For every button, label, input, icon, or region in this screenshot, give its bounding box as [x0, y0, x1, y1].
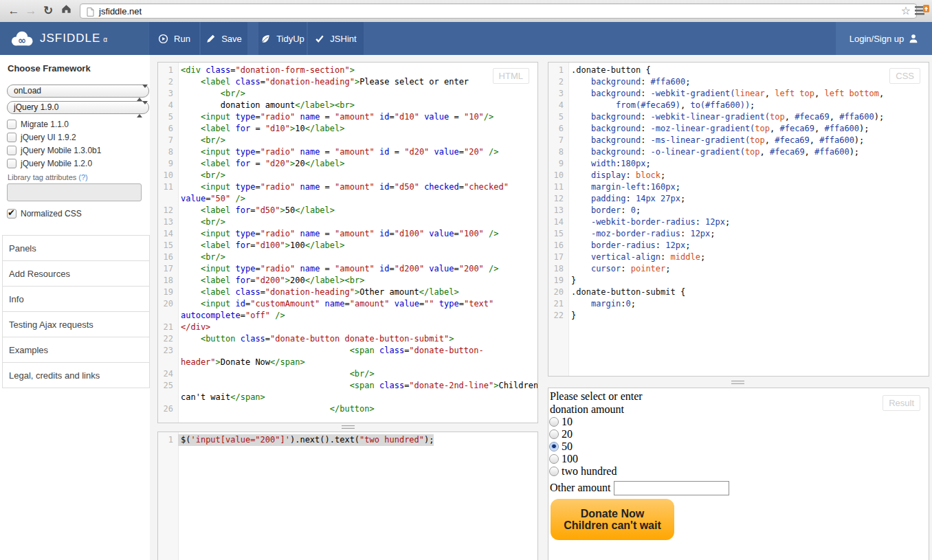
jsfiddle-logo[interactable]: ∞ JSFIDDLEα: [0, 22, 148, 55]
code-line[interactable]: 8 <input type="radio" name = "amount" id…: [158, 146, 537, 158]
donate-now-button[interactable]: Donate NowChildren can't wait: [551, 499, 674, 540]
code-line[interactable]: header">Donate Now</span>: [158, 357, 537, 368]
browser-menu-icon[interactable]: [915, 5, 929, 19]
sidebar-section-panels[interactable]: Panels: [3, 235, 149, 260]
framework-version-select[interactable]: jQuery 1.9.0: [7, 101, 149, 114]
run-button[interactable]: Run: [149, 22, 199, 55]
sidebar-section-legal-credits-and-links[interactable]: Legal, credits and links: [3, 362, 149, 388]
html-code-editor[interactable]: 1<div class="donation-form-section">2 <l…: [158, 63, 537, 415]
reload-icon[interactable]: ↻: [40, 3, 56, 19]
radio-label[interactable]: 20: [562, 428, 573, 440]
code-line[interactable]: 6 background: -moz-linear-gradient(top, …: [548, 123, 929, 135]
radio-label[interactable]: 50: [562, 440, 573, 453]
radio-button[interactable]: [549, 454, 559, 464]
code-line[interactable]: 2 background: #ffa600;: [548, 76, 929, 88]
sidebar-section-examples[interactable]: Examples: [3, 337, 149, 362]
framework-extra-checkbox[interactable]: [7, 159, 16, 168]
forward-arrow-icon[interactable]: →: [23, 3, 39, 19]
sidebar-section-add-resources[interactable]: Add Resources: [3, 260, 149, 286]
code-line[interactable]: 1$('input[value="200"]').next().text("tw…: [158, 434, 537, 446]
code-line[interactable]: 25 <span class="donate-2nd-line">Childre…: [158, 380, 537, 392]
code-line[interactable]: 17 vertical-align: middle;: [548, 251, 929, 263]
radio-button[interactable]: [549, 429, 559, 439]
save-button[interactable]: Save: [201, 22, 247, 55]
framework-extra-checkbox[interactable]: [7, 120, 16, 129]
code-line[interactable]: 2 <label class="donation-heading">Please…: [158, 76, 537, 88]
result-panel: Result Please select or enter donation a…: [548, 388, 929, 560]
js-code-editor[interactable]: 1$('input[value="200"]').next().text("tw…: [158, 432, 537, 446]
code-line[interactable]: 12 <label for="d50">50</label>: [158, 205, 537, 216]
code-line[interactable]: 3 <br/>: [158, 88, 537, 100]
library-tag-help-link[interactable]: (?): [78, 173, 87, 181]
code-line[interactable]: 1<div class="donation-form-section">: [158, 65, 537, 76]
code-line[interactable]: 22 <button class="donate-button donate-b…: [158, 333, 537, 345]
code-line[interactable]: 3 background: -webkit-gradient(linear, l…: [548, 88, 929, 100]
code-line[interactable]: 5 <input type="radio" name = "amount" id…: [158, 111, 537, 123]
login-signup-button[interactable]: Login/Sign up: [836, 22, 932, 55]
normalized-css-checkbox[interactable]: [7, 209, 16, 219]
code-line[interactable]: 21</div>: [158, 322, 537, 333]
url-bar[interactable]: jsfiddle.net ☆: [80, 3, 917, 19]
url-text[interactable]: jsfiddle.net: [99, 6, 142, 16]
code-line[interactable]: 16 border-radius: 12px;: [548, 240, 929, 251]
code-line[interactable]: 20 <input id="customAmount" name="amount…: [158, 298, 537, 310]
code-line[interactable]: 11 margin-left:160px;: [548, 181, 929, 193]
radio-button[interactable]: [549, 442, 559, 451]
code-line[interactable]: 9 <label for = "d20">20</label>: [158, 158, 537, 170]
code-line[interactable]: 23 <span class="donate-button-: [158, 345, 537, 357]
code-line[interactable]: 17 <input type="radio" name = "amount" i…: [158, 263, 537, 275]
horizontal-splitter-handle[interactable]: [731, 381, 744, 384]
code-line[interactable]: 20.donate-button-submit {: [548, 287, 929, 298]
code-line[interactable]: 12 padding: 14px 27px;: [548, 193, 929, 205]
code-line[interactable]: 5 background: -webkit-linear-gradient(to…: [548, 111, 929, 123]
radio-label[interactable]: 10: [562, 416, 573, 428]
back-arrow-icon[interactable]: ←: [5, 3, 22, 19]
code-line[interactable]: 10 display: block;: [548, 170, 929, 181]
code-line[interactable]: 24 <br/>: [158, 368, 537, 380]
sidebar-section-info[interactable]: Info: [3, 286, 149, 311]
code-line[interactable]: 21 margin:0;: [548, 298, 929, 310]
onload-select[interactable]: onLoad: [7, 85, 149, 98]
code-line[interactable]: 19 <label class="donation-heading">Other…: [158, 287, 537, 298]
framework-extra-checkbox[interactable]: [7, 146, 16, 155]
tidyup-button[interactable]: TidyUp: [258, 22, 307, 55]
bookmark-star-icon[interactable]: ☆: [901, 4, 911, 18]
code-line[interactable]: 18 cursor: pointer;: [548, 263, 929, 275]
code-line[interactable]: 19}: [548, 275, 929, 287]
code-line[interactable]: 14 <input type="radio" name = "amount" i…: [158, 228, 537, 240]
code-line[interactable]: 22}: [548, 310, 929, 322]
sidebar-section-testing-ajax-requests[interactable]: Testing Ajax requests: [3, 311, 149, 337]
code-line[interactable]: 9 width:180px;: [548, 158, 929, 170]
code-line[interactable]: 26 </button>: [158, 403, 537, 415]
code-line[interactable]: 8 background: -o-linear-gradient(top, #f…: [548, 146, 929, 158]
code-line[interactable]: 4 donation amount</label><br>: [158, 100, 537, 111]
horizontal-splitter-handle[interactable]: [342, 425, 355, 429]
home-icon[interactable]: [58, 3, 74, 19]
code-line[interactable]: 15 -moz-border-radius: 12px;: [548, 228, 929, 240]
code-line[interactable]: 13 <br/>: [158, 216, 537, 228]
code-line[interactable]: 7 <br/>: [158, 135, 537, 146]
code-line[interactable]: 4 from(#feca69), to(#ffa600));: [548, 100, 929, 111]
code-line[interactable]: 6 <label for = "d10">10</label>: [158, 123, 537, 135]
code-line[interactable]: value="50" />: [158, 193, 537, 205]
code-line[interactable]: 1.donate-button {: [548, 65, 929, 76]
code-line[interactable]: 11 <input type="radio" name = "amount" i…: [158, 181, 537, 193]
code-line[interactable]: 15 <label for="d100">100</label>: [158, 240, 537, 251]
code-line[interactable]: 10 <br/>: [158, 170, 537, 181]
library-tag-attributes-input[interactable]: [7, 183, 142, 201]
jshint-button[interactable]: JSHint: [308, 22, 364, 55]
code-line[interactable]: 13 border: 0;: [548, 205, 929, 216]
css-code-editor[interactable]: 1.donate-button {2 background: #ffa600;3…: [548, 63, 929, 322]
framework-extra-checkbox[interactable]: [7, 133, 16, 142]
radio-label[interactable]: 100: [562, 453, 578, 465]
radio-button[interactable]: [549, 467, 559, 476]
code-line[interactable]: 18 <label for="d200">200</label><br>: [158, 275, 537, 287]
code-line[interactable]: 7 background: -ms-linear-gradient(top, #…: [548, 135, 929, 146]
radio-button[interactable]: [549, 417, 559, 427]
code-line[interactable]: 14 -webkit-border-radius: 12px;: [548, 216, 929, 228]
code-line[interactable]: can't wait</span>: [158, 392, 537, 403]
other-amount-input[interactable]: [614, 481, 729, 495]
radio-label[interactable]: two hundred: [562, 465, 617, 478]
code-line[interactable]: autocomplete="off" />: [158, 310, 537, 322]
code-line[interactable]: 16 <br/>: [158, 251, 537, 263]
